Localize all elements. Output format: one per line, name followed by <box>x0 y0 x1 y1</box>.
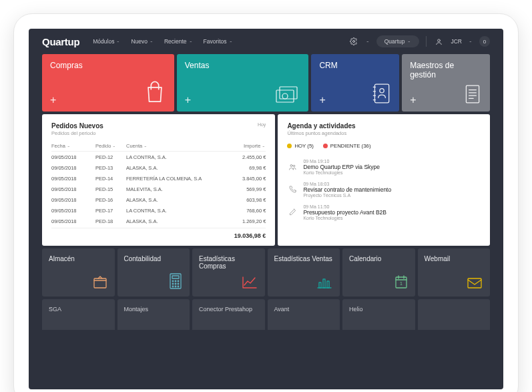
svg-point-17 <box>294 165 295 166</box>
cell-date: 09/05/2018 <box>51 176 95 182</box>
app-tile[interactable]: Webmail <box>418 248 491 297</box>
app-tile[interactable]: Montajes <box>117 299 190 330</box>
user-icon[interactable] <box>433 36 444 47</box>
col-label: Fecha <box>51 143 65 149</box>
plus-icon[interactable]: + <box>50 94 56 106</box>
plus-icon[interactable]: + <box>185 94 191 106</box>
chevron-down-icon: ⌄ <box>144 144 148 148</box>
tab-pendiente[interactable]: PENDIENTE (36) <box>323 143 371 149</box>
app-tile[interactable]: Avant <box>268 299 340 330</box>
agenda-list: 09 Ma 19:10Demo Quartup ERP via SkypeKor… <box>287 156 481 224</box>
app-tile[interactable]: Estadísticas Ventas <box>268 248 340 297</box>
panel-subtitle: Últimos puntos agendados <box>287 130 481 136</box>
tile-title: Ventas <box>185 61 301 70</box>
chartup-icon <box>241 275 258 291</box>
col-importe[interactable]: Importe⌄ <box>228 143 266 149</box>
bars-icon <box>316 275 333 291</box>
tab-hoy[interactable]: HOY (5) <box>287 143 313 149</box>
agenda-org: Korio Technologies <box>303 216 386 220</box>
app-tile[interactable]: Estadísticas Compras <box>192 248 265 297</box>
nav-label: Reciente <box>164 38 187 45</box>
table-row[interactable]: 09/05/2018PED-12LA CONTRA, S.A.2.455,00 … <box>51 152 266 162</box>
table-row[interactable]: 09/05/2018PED-17LA CONTRA, S.A.768,60 € <box>51 205 266 216</box>
chevron-down-icon: ⌄ <box>469 40 473 43</box>
col-pedido[interactable]: Pedido⌄ <box>95 143 126 149</box>
agenda-time: 09 Ma 19:10 <box>303 159 380 164</box>
box-icon <box>92 274 108 291</box>
col-fecha[interactable]: Fecha⌄ <box>51 143 95 149</box>
top-nav: Módulos⌄ Nuevo⌄ Reciente⌄ Favoritos⌄ <box>93 38 335 45</box>
cell-order: PED-17 <box>95 208 126 214</box>
svg-rect-32 <box>327 281 329 288</box>
topbar-right: ⌄ Quartup⌄ JCR⌄ 0 <box>348 35 490 47</box>
cell-account: ALASKA, S.A. <box>126 165 228 171</box>
app-tile[interactable]: SGA <box>42 299 115 330</box>
panel-link-hoy[interactable]: Hoy <box>258 122 266 143</box>
agenda-tabs: HOY (5) PENDIENTE (36) <box>287 143 481 149</box>
app-tile[interactable]: Almacén <box>42 248 115 297</box>
app-screen: Quartup Módulos⌄ Nuevo⌄ Reciente⌄ Favori… <box>29 29 503 389</box>
cards-icon <box>274 85 300 105</box>
phone-icon <box>287 182 298 198</box>
tile-maestros[interactable]: Maestros de gestión + <box>402 54 490 112</box>
chevron-down-icon: ⌄ <box>407 40 411 43</box>
user-name[interactable]: JCR <box>451 38 462 45</box>
svg-rect-30 <box>319 282 321 288</box>
svg-rect-18 <box>94 278 106 288</box>
app-tile[interactable] <box>418 299 491 330</box>
agenda-item[interactable]: 09 Ma 19:10Demo Quartup ERP via SkypeKor… <box>287 156 481 178</box>
divider <box>426 36 427 47</box>
app-tile[interactable]: Calendario1 <box>342 248 415 297</box>
agenda-time: 09 Ma 11:50 <box>303 204 386 209</box>
tile-label: Estadísticas Compras <box>199 255 258 270</box>
plus-icon[interactable]: + <box>410 94 416 106</box>
brand-logo[interactable]: Quartup <box>42 36 79 47</box>
nav-reciente[interactable]: Reciente⌄ <box>164 38 193 45</box>
tile-ventas[interactable]: Ventas + <box>177 54 309 112</box>
svg-rect-20 <box>172 276 179 278</box>
cell-amount: 69,98 € <box>228 165 266 171</box>
svg-point-29 <box>178 286 179 287</box>
svg-rect-11 <box>466 85 479 103</box>
tile-crm[interactable]: CRM + <box>311 54 399 112</box>
org-switcher[interactable]: Quartup⌄ <box>376 35 420 47</box>
cell-account: ALASKA, S.A. <box>126 197 228 203</box>
table-row[interactable]: 09/05/2018PED-14FERRETERÍA LA COLMENA, S… <box>51 173 266 184</box>
dot-icon <box>323 144 328 148</box>
svg-rect-35 <box>468 278 481 288</box>
cell-order: PED-13 <box>95 165 126 171</box>
nav-nuevo[interactable]: Nuevo⌄ <box>131 38 154 45</box>
tile-label: Conector Prestahop <box>199 306 258 313</box>
svg-point-23 <box>178 280 179 282</box>
notif-badge[interactable]: 0 <box>479 36 490 47</box>
table-row[interactable]: 09/05/2018PED-15MALEVITA, S.A.569,99 € <box>51 184 266 194</box>
table-row[interactable]: 09/05/2018PED-16ALASKA, S.A.603,98 € <box>51 194 266 205</box>
nav-favoritos[interactable]: Favoritos⌄ <box>204 38 233 45</box>
tile-title: Compras <box>50 61 166 70</box>
gear-icon[interactable] <box>348 36 359 47</box>
chevron-down-icon: ⌄ <box>366 40 370 43</box>
cell-amount: 768,60 € <box>228 208 266 214</box>
app-tile[interactable]: Conector Prestahop <box>192 299 265 330</box>
agenda-title: Presupuesto proyecto Avant B2B <box>303 209 386 216</box>
table-row[interactable]: 09/05/2018PED-18ALASKA, S.A.1.269,20 € <box>51 216 266 226</box>
bag-icon <box>144 79 166 105</box>
app-tile[interactable]: Helio <box>342 299 415 330</box>
col-cuenta[interactable]: Cuenta⌄ <box>126 143 228 149</box>
nav-modulos[interactable]: Módulos⌄ <box>93 38 120 45</box>
tile-compras[interactable]: Compras + <box>42 54 174 112</box>
tab-label: HOY (5) <box>294 143 313 149</box>
agenda-item[interactable]: 09 Ma 18:03Revisar contrato de mantenimi… <box>287 178 481 201</box>
agenda-org: Korio Technologies <box>303 170 380 175</box>
document-icon <box>463 83 482 105</box>
cell-amount: 3.845,00 € <box>228 176 266 182</box>
agenda-item[interactable]: 09 Ma 11:50Presupuesto proyecto Avant B2… <box>287 201 481 224</box>
plus-icon[interactable]: + <box>319 94 325 106</box>
panel-title: Pedidos Nuevos <box>51 122 103 130</box>
app-tile[interactable]: Contabilidad <box>117 248 190 297</box>
tile-label: Webmail <box>425 255 484 262</box>
agenda-title: Demo Quartup ERP via Skype <box>303 164 380 170</box>
cell-account: LA CONTRA, S.A. <box>126 154 228 160</box>
table-row[interactable]: 09/05/2018PED-13ALASKA, S.A.69,98 € <box>51 162 266 173</box>
panel-title: Agenda y actividades <box>287 122 481 130</box>
